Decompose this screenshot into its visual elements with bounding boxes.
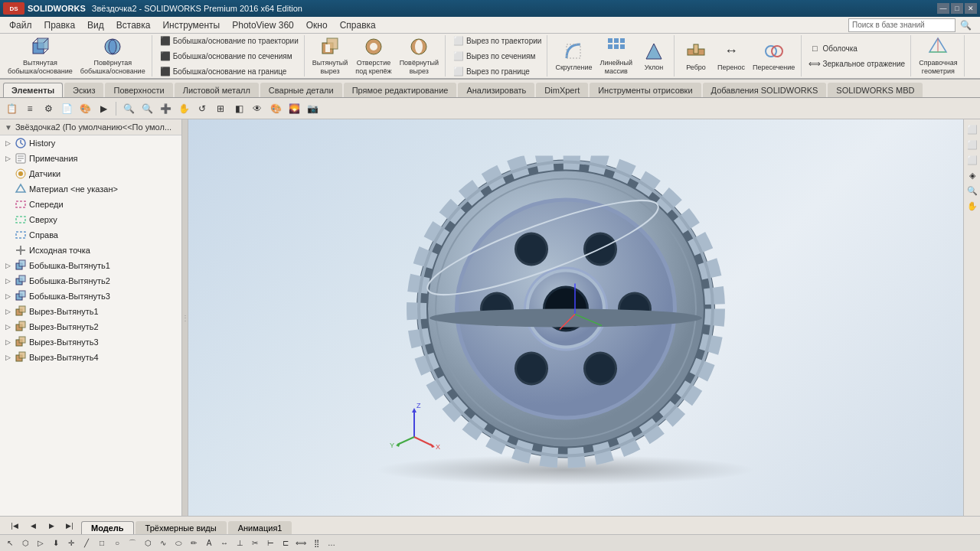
tab-sheet-metal[interactable]: Листовой металл [175,83,259,97]
sidebar-resize-handle[interactable]: ⋮ [182,119,188,516]
bt-pattern[interactable]: ⣿ [309,536,323,550]
tree-item-boss1[interactable]: ▷ Бобышка-Вытянуть1 [0,258,181,273]
revolved-cut-button[interactable]: Повёрнутыйвырез [397,34,442,77]
camera-button[interactable]: 📷 [304,100,321,117]
view-top-button[interactable]: ⬜ [965,138,979,152]
extruded-cut-button[interactable]: Вытянутыйвырез [309,34,351,77]
bt-spline[interactable]: ∿ [156,536,170,550]
tree-item-cut3[interactable]: ▷ Вырез-Вытянуть3 [0,334,181,350]
bt-offset[interactable]: ⊏ [279,536,292,550]
tree-item-cut4[interactable]: ▷ Вырез-Вытянуть4 [0,350,181,365]
tree-item-boss2[interactable]: ▷ Бобышка-Вытянуть2 [0,273,181,289]
view-orientation-button[interactable]: ⊞ [212,100,229,117]
expand-cut3[interactable]: ▷ [3,337,12,347]
tree-item-origin[interactable]: ▷ Исходная точка [0,243,181,258]
search-button[interactable]: 🔍 [957,17,974,34]
tree-item-front[interactable]: ▷ Спереди [0,197,181,212]
rib-button[interactable]: Ребро [679,39,713,73]
view-iso-button[interactable]: ◈ [965,168,979,182]
bt-polygon[interactable]: ⬡ [141,536,155,550]
view-front-button[interactable]: ⬜ [965,122,979,136]
bt-move[interactable]: ✛ [64,536,78,550]
tab-weldments[interactable]: Сварные детали [260,83,342,97]
nav-next-button[interactable]: ▶| [61,517,78,534]
tab-model[interactable]: Модель [81,521,134,534]
shell-button[interactable]: □ Оболочка [806,41,907,55]
zoom-to-fit-button[interactable]: 🔍 [120,100,137,117]
bt-arc[interactable]: ⌒ [126,536,139,550]
boss-loft-button[interactable]: ⬛ Бобышка/основание по сечениям [157,49,301,63]
mirror-button[interactable]: ⟺ Зеркальное отражение [806,57,907,70]
appearance-button[interactable]: 🎨 [267,100,284,117]
tab-sketch[interactable]: Эскиз [64,83,103,97]
tree-item-top[interactable]: ▷ Сверху [0,212,181,227]
bt-smart[interactable]: ⬡ [18,536,32,550]
expand-notes[interactable]: ▷ [3,154,12,163]
zoom-in-button[interactable]: ➕ [157,100,174,117]
search-input[interactable]: Поиск в базе знаний [848,18,956,32]
tree-item-right[interactable]: ▷ Справа [0,227,181,243]
menu-help[interactable]: Справка [334,18,382,32]
arrow-right-button[interactable]: ▶ [95,100,112,117]
expand-boss1[interactable]: ▷ [3,261,12,270]
rotate-button[interactable]: ↺ [194,100,211,117]
view-pan-button[interactable]: ✋ [965,199,979,213]
hide-show-button[interactable]: 👁 [249,100,266,117]
bt-line[interactable]: ╱ [80,536,93,550]
tab-3d-views[interactable]: Трёхмерные виды [136,521,227,534]
bt-arrow[interactable]: ▷ [34,536,47,550]
tab-direct-edit[interactable]: Прямое редактирование [344,83,457,97]
viewport-canvas[interactable]: Z X Y ⬜ ⬜ ⬜ ◈ 🔍 ✋ [188,119,980,516]
view-zoom-button[interactable]: 🔍 [965,184,979,197]
bt-dimension[interactable]: ↔ [217,536,231,550]
bt-circle[interactable]: ○ [110,536,124,550]
tree-item-history[interactable]: ▷ History [0,135,181,151]
menu-tools[interactable]: Инструменты [156,18,226,32]
maximize-button[interactable]: □ [951,3,963,14]
extruded-boss-button[interactable]: Вытянутаябобышка/основание [5,34,76,77]
menu-file[interactable]: Файл [3,18,38,32]
tree-item-cut2[interactable]: ▷ Вырез-Вытянуть2 [0,319,181,334]
boss-boundary-button[interactable]: ⬛ Бобышка/основание на границе [157,64,301,78]
boss-sweep-button[interactable]: ⬛ Бобышка/основание по траектории [157,34,301,47]
property-manager-button[interactable]: ≡ [21,100,38,117]
bt-mirror[interactable]: ⟺ [294,536,308,550]
view-right-button[interactable]: ⬜ [965,153,979,167]
linear-pattern-button[interactable]: Линейныймассив [597,34,635,77]
nav-play-button[interactable]: ▶ [43,517,60,534]
tab-surfaces[interactable]: Поверхности [105,83,172,97]
expand-boss2[interactable]: ▷ [3,276,12,285]
tree-item-sensors[interactable]: ▷ Датчики [0,166,181,181]
tree-item-material[interactable]: ▷ Материал <не указан> [0,181,181,197]
fillet-button[interactable]: Скругление [552,39,595,73]
nav-prev-button[interactable]: ◀ [24,517,41,534]
bt-drop[interactable]: ⬇ [49,536,63,550]
zoom-to-area-button[interactable]: 🔍 [139,100,155,117]
bt-rect[interactable]: □ [95,536,109,550]
menu-edit[interactable]: Правка [38,18,82,32]
minimize-button[interactable]: — [937,3,949,14]
bt-relation[interactable]: ⊥ [233,536,247,550]
tab-rendering[interactable]: Инструменты отрисовки [590,83,701,97]
cut-sweep-button[interactable]: ⬜ Вырез по траектории [450,34,544,47]
menu-window[interactable]: Окно [300,18,334,32]
reference-geometry-button[interactable]: Справочнаягеометрия [916,34,960,77]
expand-cut1[interactable]: ▷ [3,307,12,316]
bt-extend[interactable]: ⊢ [263,536,277,550]
configuration-manager-button[interactable]: ⚙ [40,100,57,117]
draft-button[interactable]: Уклон [637,39,671,73]
expand-boss3[interactable]: ▷ [3,292,12,301]
cut-boundary-button[interactable]: ⬜ Вырез по границе [450,64,544,78]
bt-select[interactable]: ↖ [3,536,17,550]
menu-insert[interactable]: Вставка [110,18,157,32]
bt-ellipse[interactable]: ⬭ [172,536,185,550]
nav-first-button[interactable]: |◀ [6,517,23,534]
tab-addins[interactable]: Добавления SOLIDWORKS [703,83,827,97]
tab-animation[interactable]: Анимация1 [228,521,292,534]
revolved-boss-button[interactable]: Повёрнутаябобышка/основание [77,34,149,77]
expand-cut2[interactable]: ▷ [3,322,12,331]
display-button[interactable]: 🎨 [77,100,93,117]
pan-button[interactable]: ✋ [175,100,192,117]
expand-cut4[interactable]: ▷ [3,353,12,362]
tab-analyze[interactable]: Анализировать [458,83,534,97]
